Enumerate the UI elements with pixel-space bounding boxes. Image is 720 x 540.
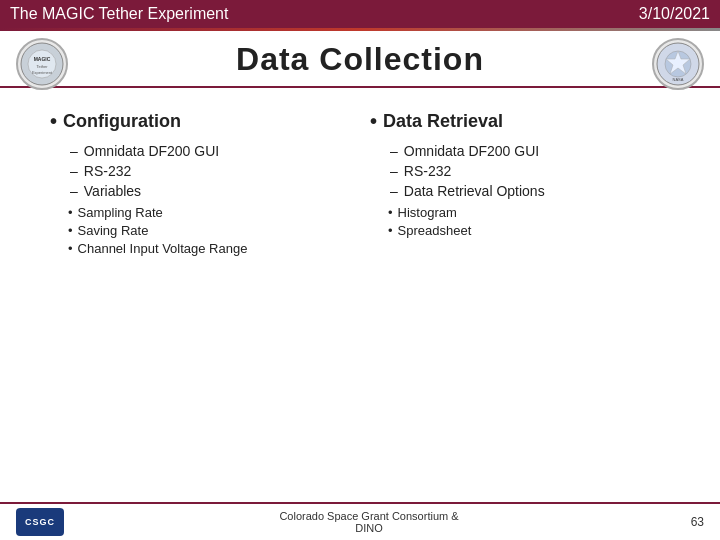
main-content: • Configuration Omnidata DF200 GUI RS-23…	[0, 100, 720, 269]
config-nested-2: Saving Rate	[68, 223, 350, 238]
config-nested-list: Sampling Rate Saving Rate Channel Input …	[68, 205, 350, 256]
footer: CSGC Colorado Space Grant Consortium &DI…	[0, 502, 720, 540]
retrieval-nested-list: Histogram Spreadsheet	[388, 205, 670, 238]
page-title-container: Data Collection	[0, 41, 720, 78]
config-nested-1: Sampling Rate	[68, 205, 350, 220]
footer-logo-text: CSGC	[25, 517, 55, 527]
header-title: The MAGIC Tether Experiment	[10, 5, 228, 23]
retrieval-item-3: Data Retrieval Options	[390, 183, 670, 199]
retrieval-bullet: •	[370, 110, 377, 133]
config-list: Omnidata DF200 GUI RS-232 Variables	[70, 143, 350, 199]
config-title: Configuration	[63, 111, 181, 132]
header-bar: The MAGIC Tether Experiment 3/10/2021	[0, 0, 720, 28]
page-title: Data Collection	[0, 41, 720, 78]
config-nested-3: Channel Input Voltage Range	[68, 241, 350, 256]
retrieval-nested-2-label: Spreadsheet	[398, 223, 472, 238]
config-item-3-label: Variables	[84, 183, 141, 199]
retrieval-column: • Data Retrieval Omnidata DF200 GUI RS-2…	[360, 110, 680, 259]
retrieval-item-1-label: Omnidata DF200 GUI	[404, 143, 539, 159]
config-nested-1-label: Sampling Rate	[78, 205, 163, 220]
config-bullet: •	[50, 110, 57, 133]
retrieval-header: • Data Retrieval	[370, 110, 670, 133]
config-item-2-label: RS-232	[84, 163, 131, 179]
retrieval-item-2: RS-232	[390, 163, 670, 179]
retrieval-item-3-label: Data Retrieval Options	[404, 183, 545, 199]
config-nested-2-label: Saving Rate	[78, 223, 149, 238]
header-date: 3/10/2021	[639, 5, 710, 23]
retrieval-list: Omnidata DF200 GUI RS-232 Data Retrieval…	[390, 143, 670, 199]
config-item-3: Variables	[70, 183, 350, 199]
footer-logo: CSGC	[16, 508, 64, 536]
footer-page-number: 63	[674, 515, 704, 529]
config-item-2: RS-232	[70, 163, 350, 179]
retrieval-title: Data Retrieval	[383, 111, 503, 132]
retrieval-item-2-label: RS-232	[404, 163, 451, 179]
config-item-1-label: Omnidata DF200 GUI	[84, 143, 219, 159]
config-column: • Configuration Omnidata DF200 GUI RS-23…	[40, 110, 360, 259]
footer-center-text: Colorado Space Grant Consortium &DINO	[64, 510, 674, 534]
config-item-1: Omnidata DF200 GUI	[70, 143, 350, 159]
retrieval-item-1: Omnidata DF200 GUI	[390, 143, 670, 159]
retrieval-nested-2: Spreadsheet	[388, 223, 670, 238]
retrieval-nested-1: Histogram	[388, 205, 670, 220]
retrieval-nested-1-label: Histogram	[398, 205, 457, 220]
config-nested-3-label: Channel Input Voltage Range	[78, 241, 248, 256]
config-header: • Configuration	[50, 110, 350, 133]
divider	[0, 86, 720, 88]
